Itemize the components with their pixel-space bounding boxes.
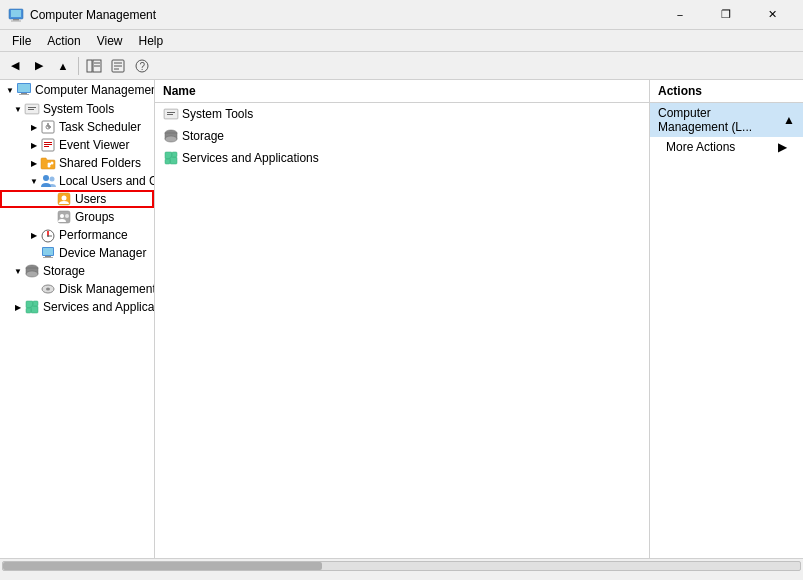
svg-rect-3 xyxy=(11,20,21,21)
tree-root[interactable]: ▼ Computer Management (Local xyxy=(0,80,154,100)
services-apps-label: Services and Applications xyxy=(43,300,155,314)
svg-rect-21 xyxy=(28,109,34,110)
performance-expand: ▶ xyxy=(28,229,40,241)
scroll-track[interactable] xyxy=(2,561,801,571)
svg-rect-20 xyxy=(28,107,36,108)
svg-rect-16 xyxy=(21,93,27,94)
tree-disk-management[interactable]: Disk Management xyxy=(0,280,154,298)
storage-label: Storage xyxy=(43,264,85,278)
groups-label: Groups xyxy=(75,210,114,224)
event-viewer-expand: ▶ xyxy=(28,139,40,151)
more-actions-label: More Actions xyxy=(666,140,735,154)
tree-services-applications[interactable]: ▶ Services and Applications xyxy=(0,298,154,316)
services-apps-icon xyxy=(24,299,40,315)
svg-rect-17 xyxy=(19,94,29,95)
svg-point-50 xyxy=(46,288,50,291)
menu-action[interactable]: Action xyxy=(39,32,88,50)
tree-storage[interactable]: ▼ Storage xyxy=(0,262,154,280)
svg-rect-65 xyxy=(172,152,177,157)
more-actions-arrow: ▶ xyxy=(778,140,787,154)
svg-rect-45 xyxy=(43,257,53,258)
window-controls: − ❐ ✕ xyxy=(657,0,795,30)
groups-icon xyxy=(56,209,72,225)
back-button[interactable]: ◀ xyxy=(4,55,26,77)
menu-file[interactable]: File xyxy=(4,32,39,50)
users-icon xyxy=(56,191,72,207)
local-users-groups-label: Local Users and Groups xyxy=(59,174,155,188)
svg-rect-2 xyxy=(13,19,19,21)
title-bar: Computer Management − ❐ ✕ xyxy=(0,0,803,30)
content-system-tools-label: System Tools xyxy=(182,107,253,121)
shared-folders-label: Shared Folders xyxy=(59,156,141,170)
svg-point-38 xyxy=(60,214,64,218)
content-item-system-tools[interactable]: System Tools xyxy=(155,103,649,125)
computer-management-icon xyxy=(16,82,32,98)
properties-button[interactable] xyxy=(107,55,129,77)
menu-help[interactable]: Help xyxy=(131,32,172,50)
svg-rect-52 xyxy=(31,306,38,313)
actions-more-actions[interactable]: More Actions ▶ xyxy=(650,137,803,157)
tree-shared-folders[interactable]: ▶ Shared Folders xyxy=(0,154,154,172)
storage-expand: ▼ xyxy=(12,265,24,277)
task-scheduler-label: Task Scheduler xyxy=(59,120,141,134)
tree-users[interactable]: Users xyxy=(0,190,154,208)
system-tools-label: System Tools xyxy=(43,102,114,116)
toolbar-separator-1 xyxy=(78,57,79,75)
content-services-apps-label: Services and Applications xyxy=(182,151,319,165)
disk-management-icon xyxy=(40,281,56,297)
tree-task-scheduler[interactable]: ▶ Task Scheduler xyxy=(0,118,154,136)
svg-rect-44 xyxy=(45,256,51,257)
tree-performance[interactable]: ▶ Performance xyxy=(0,226,154,244)
shared-folders-icon xyxy=(40,155,56,171)
tree-panel[interactable]: ▼ Computer Management (Local ▼ xyxy=(0,80,155,558)
app-icon xyxy=(8,7,24,23)
show-hide-console-tree-button[interactable] xyxy=(83,55,105,77)
tree-event-viewer[interactable]: ▶ Event Viewer xyxy=(0,136,154,154)
actions-section-arrow: ▲ xyxy=(783,113,795,127)
svg-rect-15 xyxy=(18,84,30,92)
forward-button[interactable]: ▶ xyxy=(28,55,50,77)
local-users-groups-icon xyxy=(40,173,56,189)
actions-section-label: Computer Management (L... xyxy=(658,106,783,134)
device-manager-label: Device Manager xyxy=(59,246,146,260)
svg-point-35 xyxy=(43,175,49,181)
menu-view[interactable]: View xyxy=(89,32,131,50)
svg-rect-54 xyxy=(33,301,38,306)
up-button[interactable]: ▲ xyxy=(52,55,74,77)
tree-device-manager[interactable]: Device Manager xyxy=(0,244,154,262)
content-header: Name xyxy=(155,80,649,103)
tree-system-tools[interactable]: ▼ System Tools xyxy=(0,100,154,118)
services-apps-expand: ▶ xyxy=(12,301,24,313)
system-tools-icon xyxy=(24,101,40,117)
svg-point-61 xyxy=(165,136,177,142)
close-button[interactable]: ✕ xyxy=(749,0,795,30)
shared-folders-expand: ▶ xyxy=(28,157,40,169)
svg-rect-28 xyxy=(44,144,52,145)
performance-icon xyxy=(40,227,56,243)
svg-point-36 xyxy=(50,177,55,182)
event-viewer-label: Event Viewer xyxy=(59,138,129,152)
tree-groups[interactable]: Groups xyxy=(0,208,154,226)
device-manager-icon xyxy=(40,245,56,261)
content-item-storage[interactable]: Storage xyxy=(155,125,649,147)
content-item-services-apps[interactable]: Services and Applications xyxy=(155,147,649,169)
minimize-button[interactable]: − xyxy=(657,0,703,30)
tree-local-users-groups[interactable]: ▼ Local Users and Groups xyxy=(0,172,154,190)
svg-point-41 xyxy=(47,235,49,237)
svg-rect-29 xyxy=(44,146,49,147)
content-storage-icon xyxy=(163,128,179,144)
actions-header: Actions xyxy=(650,80,803,103)
local-users-groups-expand: ▼ xyxy=(28,175,40,187)
storage-icon xyxy=(24,263,40,279)
horizontal-scrollbar[interactable] xyxy=(0,558,803,572)
scroll-thumb[interactable] xyxy=(3,562,322,570)
users-label: Users xyxy=(75,192,106,206)
content-system-tools-icon xyxy=(163,106,179,122)
svg-rect-53 xyxy=(26,308,31,313)
svg-rect-57 xyxy=(167,112,175,113)
svg-rect-63 xyxy=(170,157,177,164)
help-button[interactable]: ? xyxy=(131,55,153,77)
actions-section-computer-management[interactable]: Computer Management (L... ▲ xyxy=(650,103,803,137)
restore-button[interactable]: ❐ xyxy=(703,0,749,30)
svg-rect-4 xyxy=(87,60,92,72)
